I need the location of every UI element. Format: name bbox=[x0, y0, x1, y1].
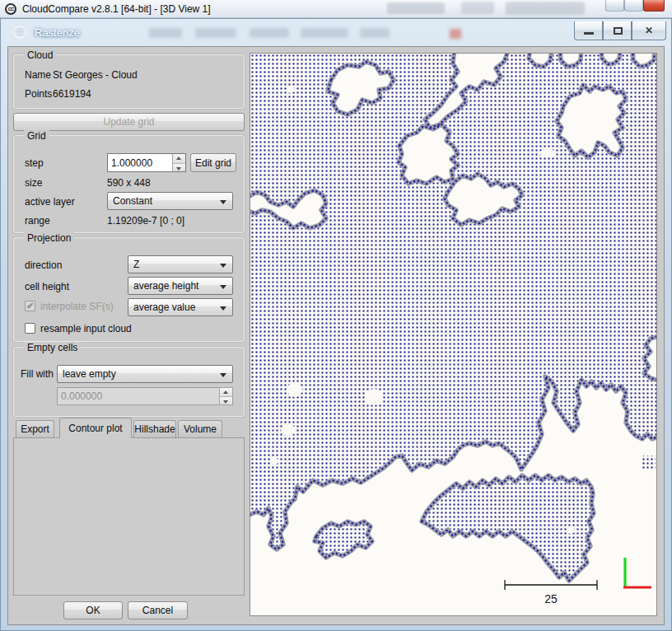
grid-step-spinbox bbox=[107, 153, 186, 172]
grid-step-label: step bbox=[25, 157, 44, 169]
interpolate-sf-value: average value bbox=[133, 301, 195, 313]
cloud-name-value: St Georges - Cloud bbox=[53, 69, 138, 81]
active-layer-value: Constant bbox=[113, 195, 152, 207]
tab-hillshade[interactable]: Hillshade bbox=[133, 420, 176, 438]
rasterize-dialog: CC Rasterize ✕ Cloud Name St Georges - C… bbox=[0, 18, 672, 631]
raster-3d-view[interactable]: 25 bbox=[250, 53, 657, 616]
background-window-ghost bbox=[387, 2, 445, 14]
edit-grid-button[interactable]: Edit grid bbox=[190, 153, 236, 172]
update-grid-button[interactable]: Update grid bbox=[13, 113, 245, 131]
main-minimize-button[interactable] bbox=[605, 0, 624, 12]
grid-range-label: range bbox=[25, 215, 50, 227]
spin-down-icon bbox=[176, 167, 181, 171]
spin-up-button[interactable] bbox=[220, 388, 232, 396]
background-menu-ghost bbox=[360, 28, 390, 38]
direction-combo[interactable]: Z bbox=[128, 255, 233, 273]
background-red-ghost bbox=[450, 29, 461, 39]
chevron-down-icon bbox=[220, 200, 226, 208]
ok-button[interactable]: OK bbox=[63, 601, 123, 619]
chevron-down-icon bbox=[220, 264, 226, 271]
grid-size-value: 590 x 448 bbox=[107, 177, 151, 189]
dialog-title: Rasterize bbox=[35, 26, 80, 39]
fill-with-value: leave empty bbox=[63, 368, 116, 380]
interpolate-sf-label: interpolate SF(s) bbox=[40, 301, 114, 312]
cloud-group: Cloud bbox=[13, 54, 245, 109]
maximize-icon bbox=[614, 27, 623, 35]
cell-height-label: cell height bbox=[25, 281, 69, 292]
direction-label: direction bbox=[25, 259, 62, 271]
dialog-client-area: Cloud Name St Georges - Cloud Points 661… bbox=[7, 46, 665, 625]
background-menu-ghost bbox=[250, 28, 289, 38]
tab-volume[interactable]: Volume bbox=[178, 420, 222, 438]
tab-export[interactable]: Export bbox=[16, 420, 54, 438]
fill-value-input[interactable] bbox=[58, 388, 218, 404]
close-icon: ✕ bbox=[632, 25, 665, 36]
spin-buttons bbox=[219, 388, 232, 404]
cloud-group-label: Cloud bbox=[24, 49, 56, 61]
background-menu-ghost bbox=[301, 28, 348, 38]
fill-with-label: Fill with bbox=[21, 368, 54, 380]
grid-step-input[interactable] bbox=[108, 154, 171, 171]
dialog-maximize-button[interactable] bbox=[603, 21, 632, 40]
direction-value: Z bbox=[133, 259, 139, 270]
background-menu-ghost bbox=[195, 28, 236, 38]
grid-group-label: Grid bbox=[24, 130, 49, 142]
dialog-titlebar[interactable]: CC Rasterize ✕ bbox=[1, 19, 671, 46]
spin-down-button[interactable] bbox=[173, 163, 185, 172]
main-close-button[interactable] bbox=[643, 0, 665, 12]
dialog-close-button[interactable]: ✕ bbox=[632, 21, 666, 40]
spin-down-icon bbox=[223, 400, 228, 404]
empty-cells-group-label: Empty cells bbox=[24, 342, 81, 353]
cancel-button[interactable]: Cancel bbox=[128, 601, 188, 619]
background-menu-ghost bbox=[149, 28, 182, 38]
spin-down-button[interactable] bbox=[220, 396, 232, 404]
background-window-ghost bbox=[506, 2, 585, 15]
cloud-name-label: Name bbox=[25, 69, 51, 81]
spin-buttons bbox=[172, 154, 185, 171]
chevron-down-icon bbox=[220, 306, 226, 314]
fill-with-combo[interactable]: leave empty bbox=[57, 365, 233, 383]
interpolate-sf-combo[interactable]: average value bbox=[128, 298, 233, 316]
dialog-minimize-button[interactable] bbox=[574, 21, 603, 40]
cell-height-combo[interactable]: average height bbox=[128, 277, 233, 295]
cell-height-value: average height bbox=[133, 280, 198, 292]
spin-up-icon bbox=[176, 157, 181, 160]
minimize-icon bbox=[584, 32, 594, 35]
chevron-down-icon bbox=[220, 285, 226, 292]
cloud-points-value: 6619194 bbox=[53, 88, 91, 100]
tab-contour-plot[interactable]: Contour plot bbox=[59, 418, 132, 438]
contour-plot-pane bbox=[13, 437, 245, 596]
dot-patch bbox=[641, 456, 656, 469]
projection-group-label: Projection bbox=[24, 232, 74, 244]
main-maximize-button[interactable] bbox=[624, 0, 643, 12]
chevron-down-icon bbox=[220, 373, 226, 381]
dialog-window-buttons: ✕ bbox=[574, 21, 666, 40]
main-window-titlebar: CC CloudCompare v2.8.1 [64-bit] - [3D Vi… bbox=[0, 0, 672, 18]
active-layer-label: active layer bbox=[25, 196, 75, 208]
fill-value-spinbox bbox=[57, 387, 233, 405]
spin-up-icon bbox=[223, 390, 228, 394]
resample-checkbox[interactable] bbox=[25, 323, 35, 334]
main-window-title: CloudCompare v2.8.1 [64-bit] - [3D View … bbox=[22, 3, 211, 15]
cloudcompare-logo-icon: CC bbox=[5, 3, 16, 15]
background-window-ghost bbox=[461, 2, 494, 14]
resample-label: resample input cloud bbox=[40, 323, 132, 334]
grid-range-value: 1.19209e-7 [0 ; 0] bbox=[107, 215, 184, 227]
interpolate-sf-checkbox[interactable]: ✔ bbox=[25, 301, 35, 311]
grid-size-label: size bbox=[25, 177, 42, 189]
active-layer-combo[interactable]: Constant bbox=[107, 192, 233, 210]
cloud-points-label: Points bbox=[25, 88, 52, 100]
spin-up-button[interactable] bbox=[173, 154, 185, 163]
cloudcompare-logo-icon: CC bbox=[13, 26, 26, 39]
scale-bar-value: 25 bbox=[544, 592, 558, 605]
